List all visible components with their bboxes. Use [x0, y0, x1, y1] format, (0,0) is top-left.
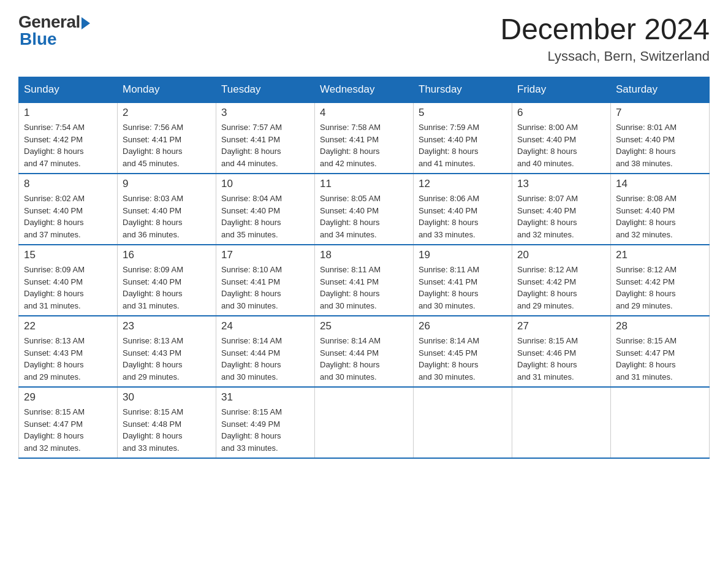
- day-number: 28: [616, 320, 704, 332]
- calendar-cell: 27Sunrise: 8:15 AMSunset: 4:46 PMDayligh…: [512, 316, 611, 387]
- calendar-cell: 2Sunrise: 7:56 AMSunset: 4:41 PMDaylight…: [118, 102, 216, 174]
- day-info: Sunrise: 8:13 AMSunset: 4:43 PMDaylight:…: [24, 335, 112, 383]
- calendar-cell: 21Sunrise: 8:12 AMSunset: 4:42 PMDayligh…: [611, 245, 710, 316]
- day-number: 25: [320, 320, 408, 332]
- day-number: 10: [221, 178, 309, 190]
- day-info: Sunrise: 7:58 AMSunset: 4:41 PMDaylight:…: [320, 121, 408, 169]
- day-info: Sunrise: 7:54 AMSunset: 4:42 PMDaylight:…: [24, 121, 112, 169]
- calendar-cell: 28Sunrise: 8:15 AMSunset: 4:47 PMDayligh…: [611, 316, 710, 387]
- day-number: 24: [221, 320, 309, 332]
- day-info: Sunrise: 8:04 AMSunset: 4:40 PMDaylight:…: [221, 193, 309, 240]
- calendar-cell: 8Sunrise: 8:02 AMSunset: 4:40 PMDaylight…: [19, 174, 118, 245]
- header-saturday: Saturday: [611, 77, 710, 103]
- day-info: Sunrise: 8:12 AMSunset: 4:42 PMDaylight:…: [616, 264, 704, 312]
- day-number: 9: [123, 178, 211, 190]
- day-number: 15: [24, 249, 112, 261]
- day-info: Sunrise: 8:15 AMSunset: 4:46 PMDaylight:…: [517, 335, 605, 383]
- day-number: 14: [616, 178, 704, 190]
- day-number: 18: [320, 249, 408, 261]
- day-number: 29: [24, 391, 112, 404]
- day-number: 13: [517, 178, 605, 190]
- day-info: Sunrise: 8:10 AMSunset: 4:41 PMDaylight:…: [221, 264, 309, 312]
- location-subtitle: Lyssach, Bern, Switzerland: [500, 48, 710, 64]
- day-info: Sunrise: 8:00 AMSunset: 4:40 PMDaylight:…: [517, 121, 605, 169]
- day-info: Sunrise: 8:12 AMSunset: 4:42 PMDaylight:…: [517, 264, 605, 312]
- calendar-cell: [611, 387, 710, 458]
- day-info: Sunrise: 8:07 AMSunset: 4:40 PMDaylight:…: [517, 193, 605, 240]
- calendar-cell: 30Sunrise: 8:15 AMSunset: 4:48 PMDayligh…: [118, 387, 216, 458]
- calendar-cell: 18Sunrise: 8:11 AMSunset: 4:41 PMDayligh…: [315, 245, 414, 316]
- calendar-cell: 16Sunrise: 8:09 AMSunset: 4:40 PMDayligh…: [118, 245, 216, 316]
- calendar-cell: 17Sunrise: 8:10 AMSunset: 4:41 PMDayligh…: [216, 245, 315, 316]
- calendar-cell: 5Sunrise: 7:59 AMSunset: 4:40 PMDaylight…: [414, 102, 512, 174]
- calendar-cell: 7Sunrise: 8:01 AMSunset: 4:40 PMDaylight…: [611, 102, 710, 174]
- day-info: Sunrise: 8:14 AMSunset: 4:44 PMDaylight:…: [221, 335, 309, 383]
- calendar-cell: 19Sunrise: 8:11 AMSunset: 4:41 PMDayligh…: [414, 245, 512, 316]
- day-number: 7: [616, 107, 704, 119]
- calendar-cell: 15Sunrise: 8:09 AMSunset: 4:40 PMDayligh…: [19, 245, 118, 316]
- day-number: 5: [419, 107, 507, 119]
- day-number: 19: [419, 249, 507, 261]
- logo-blue-text: Blue: [18, 29, 57, 49]
- day-info: Sunrise: 8:09 AMSunset: 4:40 PMDaylight:…: [123, 264, 211, 312]
- title-section: December 2024 Lyssach, Bern, Switzerland: [500, 12, 710, 64]
- calendar-cell: 22Sunrise: 8:13 AMSunset: 4:43 PMDayligh…: [19, 316, 118, 387]
- day-number: 31: [221, 391, 309, 404]
- calendar-cell: 31Sunrise: 8:15 AMSunset: 4:49 PMDayligh…: [216, 387, 315, 458]
- page-header: General Blue December 2024 Lyssach, Bern…: [18, 12, 710, 64]
- calendar-week-row: 15Sunrise: 8:09 AMSunset: 4:40 PMDayligh…: [19, 245, 710, 316]
- header-thursday: Thursday: [414, 77, 512, 103]
- calendar-week-row: 1Sunrise: 7:54 AMSunset: 4:42 PMDaylight…: [19, 102, 710, 174]
- day-info: Sunrise: 8:01 AMSunset: 4:40 PMDaylight:…: [616, 121, 704, 169]
- day-number: 2: [123, 107, 211, 119]
- calendar-cell: 26Sunrise: 8:14 AMSunset: 4:45 PMDayligh…: [414, 316, 512, 387]
- day-info: Sunrise: 8:14 AMSunset: 4:45 PMDaylight:…: [419, 335, 507, 383]
- day-number: 4: [320, 107, 408, 119]
- calendar-cell: 4Sunrise: 7:58 AMSunset: 4:41 PMDaylight…: [315, 102, 414, 174]
- calendar-cell: [414, 387, 512, 458]
- calendar-header-row: SundayMondayTuesdayWednesdayThursdayFrid…: [19, 77, 710, 103]
- header-tuesday: Tuesday: [216, 77, 315, 103]
- day-number: 23: [123, 320, 211, 332]
- calendar-cell: 1Sunrise: 7:54 AMSunset: 4:42 PMDaylight…: [19, 102, 118, 174]
- day-info: Sunrise: 8:05 AMSunset: 4:40 PMDaylight:…: [320, 193, 408, 240]
- header-monday: Monday: [118, 77, 216, 103]
- day-number: 6: [517, 107, 605, 119]
- calendar-cell: [512, 387, 611, 458]
- day-info: Sunrise: 8:11 AMSunset: 4:41 PMDaylight:…: [320, 264, 408, 312]
- logo-arrow-icon: [82, 17, 90, 29]
- day-info: Sunrise: 8:15 AMSunset: 4:49 PMDaylight:…: [221, 406, 309, 454]
- day-number: 27: [517, 320, 605, 332]
- calendar-table: SundayMondayTuesdayWednesdayThursdayFrid…: [18, 77, 710, 459]
- day-info: Sunrise: 8:11 AMSunset: 4:41 PMDaylight:…: [419, 264, 507, 312]
- calendar-cell: 12Sunrise: 8:06 AMSunset: 4:40 PMDayligh…: [414, 174, 512, 245]
- day-number: 17: [221, 249, 309, 261]
- day-number: 20: [517, 249, 605, 261]
- calendar-cell: 9Sunrise: 8:03 AMSunset: 4:40 PMDaylight…: [118, 174, 216, 245]
- calendar-cell: 29Sunrise: 8:15 AMSunset: 4:47 PMDayligh…: [19, 387, 118, 458]
- day-info: Sunrise: 8:13 AMSunset: 4:43 PMDaylight:…: [123, 335, 211, 383]
- calendar-cell: 13Sunrise: 8:07 AMSunset: 4:40 PMDayligh…: [512, 174, 611, 245]
- calendar-cell: 20Sunrise: 8:12 AMSunset: 4:42 PMDayligh…: [512, 245, 611, 316]
- header-sunday: Sunday: [19, 77, 118, 103]
- day-info: Sunrise: 7:59 AMSunset: 4:40 PMDaylight:…: [419, 121, 507, 169]
- calendar-cell: 23Sunrise: 8:13 AMSunset: 4:43 PMDayligh…: [118, 316, 216, 387]
- day-number: 11: [320, 178, 408, 190]
- day-info: Sunrise: 8:09 AMSunset: 4:40 PMDaylight:…: [24, 264, 112, 312]
- calendar-cell: 6Sunrise: 8:00 AMSunset: 4:40 PMDaylight…: [512, 102, 611, 174]
- day-number: 3: [221, 107, 309, 119]
- day-info: Sunrise: 8:14 AMSunset: 4:44 PMDaylight:…: [320, 335, 408, 383]
- day-number: 12: [419, 178, 507, 190]
- month-title: December 2024: [500, 12, 710, 46]
- day-number: 16: [123, 249, 211, 261]
- calendar-cell: 24Sunrise: 8:14 AMSunset: 4:44 PMDayligh…: [216, 316, 315, 387]
- calendar-cell: 25Sunrise: 8:14 AMSunset: 4:44 PMDayligh…: [315, 316, 414, 387]
- header-friday: Friday: [512, 77, 611, 103]
- header-wednesday: Wednesday: [315, 77, 414, 103]
- day-info: Sunrise: 7:56 AMSunset: 4:41 PMDaylight:…: [123, 121, 211, 169]
- logo: General Blue: [18, 12, 90, 49]
- day-number: 8: [24, 178, 112, 190]
- day-number: 26: [419, 320, 507, 332]
- calendar-week-row: 8Sunrise: 8:02 AMSunset: 4:40 PMDaylight…: [19, 174, 710, 245]
- day-number: 22: [24, 320, 112, 332]
